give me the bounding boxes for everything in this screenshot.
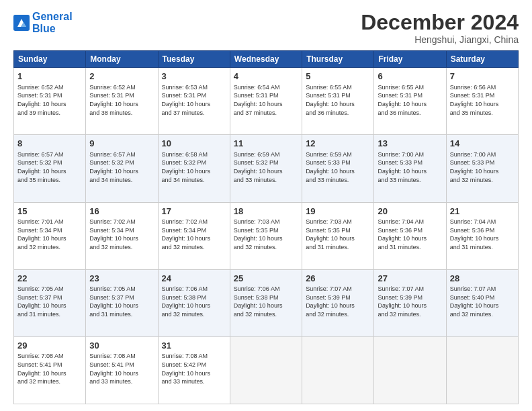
day-info: Sunrise: 7:07 AM Sunset: 5:40 PM Dayligh…	[450, 285, 515, 318]
day-info: Sunrise: 6:54 AM Sunset: 5:31 PM Dayligh…	[234, 83, 298, 117]
table-row	[374, 336, 446, 404]
logo-icon	[13, 15, 30, 31]
day-number: 15	[17, 205, 82, 218]
day-number: 5	[306, 71, 370, 83]
day-number: 22	[17, 273, 82, 285]
table-row: 17Sunrise: 7:02 AM Sunset: 5:34 PM Dayli…	[158, 202, 230, 269]
table-row: 4Sunrise: 6:54 AM Sunset: 5:31 PM Daylig…	[230, 68, 302, 135]
table-row: 5Sunrise: 6:55 AM Sunset: 5:31 PM Daylig…	[302, 68, 374, 135]
day-info: Sunrise: 7:00 AM Sunset: 5:33 PM Dayligh…	[450, 150, 515, 184]
table-row: 10Sunrise: 6:58 AM Sunset: 5:32 PM Dayli…	[158, 135, 230, 202]
table-row: 30Sunrise: 7:08 AM Sunset: 5:41 PM Dayli…	[86, 336, 158, 404]
day-info: Sunrise: 7:06 AM Sunset: 5:38 PM Dayligh…	[162, 285, 226, 318]
day-info: Sunrise: 6:57 AM Sunset: 5:32 PM Dayligh…	[17, 150, 82, 184]
day-number: 31	[162, 340, 226, 352]
day-info: Sunrise: 7:08 AM Sunset: 5:41 PM Dayligh…	[89, 352, 154, 385]
table-row: 2Sunrise: 6:52 AM Sunset: 5:31 PM Daylig…	[86, 68, 158, 135]
table-row: 24Sunrise: 7:06 AM Sunset: 5:38 PM Dayli…	[158, 269, 230, 336]
day-number: 7	[450, 71, 515, 83]
logo-text: General Blue	[32, 11, 73, 34]
day-number: 16	[89, 205, 154, 218]
table-row: 31Sunrise: 7:08 AM Sunset: 5:42 PM Dayli…	[158, 336, 230, 404]
day-number: 12	[306, 138, 370, 150]
table-row: 25Sunrise: 7:06 AM Sunset: 5:38 PM Dayli…	[230, 269, 302, 336]
day-info: Sunrise: 6:59 AM Sunset: 5:33 PM Dayligh…	[306, 150, 370, 184]
table-row: 13Sunrise: 7:00 AM Sunset: 5:33 PM Dayli…	[374, 135, 446, 202]
header: General Blue December 2024 Hengshui, Jia…	[13, 11, 519, 45]
day-number: 17	[162, 205, 226, 218]
table-row: 23Sunrise: 7:05 AM Sunset: 5:37 PM Dayli…	[86, 269, 158, 336]
table-row	[446, 336, 518, 404]
day-info: Sunrise: 6:53 AM Sunset: 5:31 PM Dayligh…	[162, 83, 226, 117]
day-info: Sunrise: 7:01 AM Sunset: 5:34 PM Dayligh…	[17, 218, 82, 251]
table-row: 19Sunrise: 7:03 AM Sunset: 5:35 PM Dayli…	[302, 202, 374, 269]
day-number: 30	[89, 340, 154, 352]
header-friday: Friday	[374, 51, 446, 68]
day-info: Sunrise: 7:07 AM Sunset: 5:39 PM Dayligh…	[306, 285, 370, 318]
day-info: Sunrise: 7:02 AM Sunset: 5:34 PM Dayligh…	[162, 218, 226, 251]
day-info: Sunrise: 7:05 AM Sunset: 5:37 PM Dayligh…	[17, 285, 82, 318]
calendar-table: Sunday Monday Tuesday Wednesday Thursday…	[13, 50, 519, 404]
day-info: Sunrise: 6:52 AM Sunset: 5:31 PM Dayligh…	[89, 83, 154, 117]
location-subtitle: Hengshui, Jiangxi, China	[361, 34, 519, 45]
day-info: Sunrise: 7:03 AM Sunset: 5:35 PM Dayligh…	[306, 218, 370, 251]
calendar-week-row: 29Sunrise: 7:08 AM Sunset: 5:41 PM Dayli…	[14, 336, 519, 404]
day-number: 28	[450, 273, 515, 285]
calendar-week-row: 15Sunrise: 7:01 AM Sunset: 5:34 PM Dayli…	[14, 202, 519, 269]
day-info: Sunrise: 6:55 AM Sunset: 5:31 PM Dayligh…	[378, 83, 442, 117]
table-row	[302, 336, 374, 404]
month-title: December 2024	[361, 11, 519, 34]
day-number: 6	[378, 71, 442, 83]
header-wednesday: Wednesday	[230, 51, 302, 68]
table-row: 20Sunrise: 7:04 AM Sunset: 5:36 PM Dayli…	[374, 202, 446, 269]
day-info: Sunrise: 7:05 AM Sunset: 5:37 PM Dayligh…	[89, 285, 154, 318]
day-info: Sunrise: 6:57 AM Sunset: 5:32 PM Dayligh…	[89, 150, 154, 184]
logo-line2: Blue	[32, 23, 56, 34]
day-number: 21	[450, 205, 515, 218]
table-row: 16Sunrise: 7:02 AM Sunset: 5:34 PM Dayli…	[86, 202, 158, 269]
table-row: 12Sunrise: 6:59 AM Sunset: 5:33 PM Dayli…	[302, 135, 374, 202]
day-info: Sunrise: 7:08 AM Sunset: 5:41 PM Dayligh…	[17, 352, 82, 385]
calendar-week-row: 1Sunrise: 6:52 AM Sunset: 5:31 PM Daylig…	[14, 68, 519, 135]
table-row: 3Sunrise: 6:53 AM Sunset: 5:31 PM Daylig…	[158, 68, 230, 135]
table-row: 8Sunrise: 6:57 AM Sunset: 5:32 PM Daylig…	[14, 135, 86, 202]
day-info: Sunrise: 7:00 AM Sunset: 5:33 PM Dayligh…	[378, 150, 442, 184]
day-number: 23	[89, 273, 154, 285]
day-number: 27	[378, 273, 442, 285]
table-row: 1Sunrise: 6:52 AM Sunset: 5:31 PM Daylig…	[14, 68, 86, 135]
table-row: 7Sunrise: 6:56 AM Sunset: 5:31 PM Daylig…	[446, 68, 518, 135]
day-info: Sunrise: 6:59 AM Sunset: 5:32 PM Dayligh…	[234, 150, 298, 184]
table-row: 21Sunrise: 7:04 AM Sunset: 5:36 PM Dayli…	[446, 202, 518, 269]
day-number: 11	[234, 138, 298, 150]
day-info: Sunrise: 7:04 AM Sunset: 5:36 PM Dayligh…	[378, 218, 442, 251]
table-row: 14Sunrise: 7:00 AM Sunset: 5:33 PM Dayli…	[446, 135, 518, 202]
day-number: 9	[89, 138, 154, 150]
title-block: December 2024 Hengshui, Jiangxi, China	[361, 11, 519, 45]
day-number: 20	[378, 205, 442, 218]
logo-line1: General	[32, 11, 73, 22]
table-row	[230, 336, 302, 404]
day-info: Sunrise: 7:07 AM Sunset: 5:39 PM Dayligh…	[378, 285, 442, 318]
header-monday: Monday	[86, 51, 158, 68]
day-info: Sunrise: 7:02 AM Sunset: 5:34 PM Dayligh…	[89, 218, 154, 251]
table-row: 22Sunrise: 7:05 AM Sunset: 5:37 PM Dayli…	[14, 269, 86, 336]
calendar-header-row: Sunday Monday Tuesday Wednesday Thursday…	[14, 51, 519, 68]
day-number: 8	[17, 138, 82, 150]
day-info: Sunrise: 7:03 AM Sunset: 5:35 PM Dayligh…	[234, 218, 298, 251]
day-info: Sunrise: 7:08 AM Sunset: 5:42 PM Dayligh…	[162, 352, 226, 385]
day-info: Sunrise: 6:58 AM Sunset: 5:32 PM Dayligh…	[162, 150, 226, 184]
day-number: 2	[89, 71, 154, 83]
day-info: Sunrise: 7:06 AM Sunset: 5:38 PM Dayligh…	[234, 285, 298, 318]
day-number: 3	[162, 71, 226, 83]
table-row: 26Sunrise: 7:07 AM Sunset: 5:39 PM Dayli…	[302, 269, 374, 336]
day-info: Sunrise: 6:56 AM Sunset: 5:31 PM Dayligh…	[450, 83, 515, 117]
day-number: 13	[378, 138, 442, 150]
day-number: 19	[306, 205, 370, 218]
day-number: 24	[162, 273, 226, 285]
table-row: 28Sunrise: 7:07 AM Sunset: 5:40 PM Dayli…	[446, 269, 518, 336]
day-number: 10	[162, 138, 226, 150]
table-row: 6Sunrise: 6:55 AM Sunset: 5:31 PM Daylig…	[374, 68, 446, 135]
day-number: 26	[306, 273, 370, 285]
header-thursday: Thursday	[302, 51, 374, 68]
calendar-week-row: 22Sunrise: 7:05 AM Sunset: 5:37 PM Dayli…	[14, 269, 519, 336]
